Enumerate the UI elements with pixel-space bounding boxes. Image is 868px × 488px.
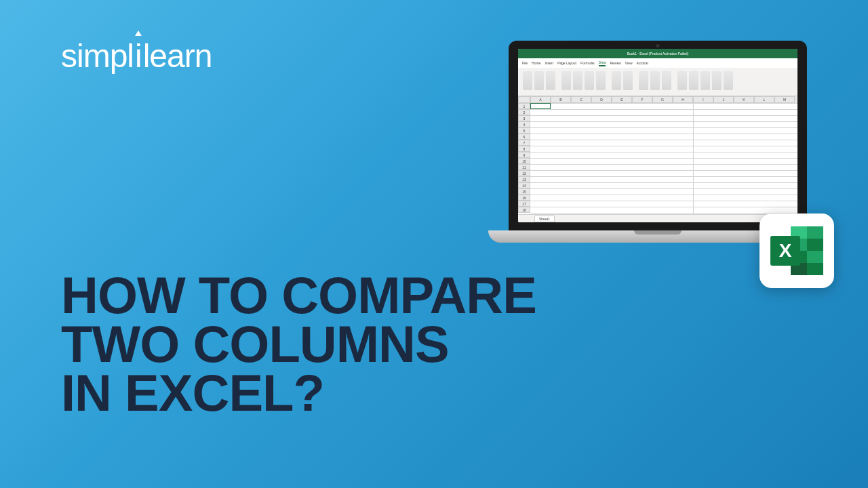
column-header: H [673, 96, 693, 103]
laptop-illustration: Book1 - Excel (Product Activation Failed… [488, 41, 827, 258]
ribbon-group [609, 70, 635, 94]
laptop-screen: Book1 - Excel (Product Activation Failed… [509, 41, 807, 230]
ribbon-tab: Formulas [580, 61, 595, 65]
row-header: 15 [518, 188, 530, 195]
grid-body: 123456789101112131415161718 [518, 103, 797, 214]
row-header: 11 [518, 164, 530, 170]
title-line-3: IN EXCEL? [61, 369, 536, 418]
select-all-corner [518, 96, 530, 103]
row-header: 7 [518, 140, 530, 146]
row-header: 6 [518, 134, 530, 140]
row-header: 13 [518, 176, 530, 182]
ribbon-tab: Acrobat [637, 61, 648, 65]
ribbon-button [596, 71, 606, 90]
excel-window: Book1 - Excel (Product Activation Failed… [518, 49, 797, 222]
row-header: 17 [518, 201, 530, 207]
ribbon-tab: Review [610, 61, 620, 65]
row-header: 12 [518, 170, 530, 176]
ribbon-group [520, 70, 558, 94]
ribbon-group [559, 70, 608, 94]
column-header: L [754, 96, 774, 103]
ribbon-button [585, 71, 594, 90]
column-header: B [551, 96, 571, 103]
excel-x-letter: X [770, 236, 800, 266]
main-title: HOW TO COMPARE TWO COLUMNS IN EXCEL? [61, 271, 536, 418]
excel-statusbar: Sheet1 [518, 214, 797, 222]
ribbon-button [724, 71, 733, 90]
ribbon-button [712, 71, 722, 90]
row-header: 3 [518, 115, 530, 121]
logo-part2: i [135, 37, 142, 75]
titlebar-center: Book1 - Excel (Product Activation Failed… [627, 52, 689, 56]
ribbon-button [534, 71, 544, 90]
row-header: 2 [518, 109, 530, 115]
ribbon-button [523, 71, 532, 90]
ribbon-tab: Page Layout [557, 61, 576, 65]
ribbon-button [689, 71, 698, 90]
ribbon-button [677, 71, 687, 90]
row-header: 5 [518, 127, 530, 134]
title-line-2: TWO COLUMNS [61, 320, 536, 369]
laptop-camera-icon [656, 44, 660, 47]
ribbon-group [675, 70, 736, 94]
ribbon-button [612, 71, 621, 90]
column-header: C [571, 96, 591, 103]
laptop-notch [634, 230, 682, 235]
row-header: 16 [518, 195, 530, 201]
ribbon-tab: Insert [545, 61, 553, 65]
active-cell-indicator [530, 103, 551, 109]
title-line-1: HOW TO COMPARE [61, 271, 536, 320]
simplilearn-logo: simpl i learn [61, 37, 212, 75]
excel-logo-icon: X [770, 226, 823, 275]
logo-part3: learn [143, 37, 212, 75]
ribbon-button [546, 71, 555, 90]
row-header: 1 [518, 103, 530, 109]
column-headers: ABCDEFGHIJKLM [518, 96, 797, 103]
column-header: I [693, 96, 713, 103]
excel-ribbon: FileHomeInsertPage LayoutFormulasDataRev… [518, 58, 797, 96]
column-header: M [774, 96, 795, 103]
row-header: 18 [518, 207, 530, 213]
ribbon-button [650, 71, 660, 90]
column-header: J [713, 96, 734, 103]
ribbon-tab: Data [599, 60, 606, 66]
ribbon-tab: File [522, 61, 528, 65]
column-header: E [612, 96, 632, 103]
column-header: G [652, 96, 673, 103]
ribbon-button [623, 71, 633, 90]
ribbon-tabs: FileHomeInsertPage LayoutFormulasDataRev… [518, 58, 797, 68]
column-header: D [591, 96, 612, 103]
sheet-tab: Sheet1 [534, 216, 555, 222]
ribbon-content [518, 68, 797, 96]
row-header: 9 [518, 152, 530, 158]
ribbon-button [573, 71, 583, 90]
column-header: A [530, 96, 551, 103]
logo-part1: simpl [61, 37, 134, 75]
row-header: 14 [518, 182, 530, 188]
ribbon-button [662, 71, 671, 90]
ribbon-button [701, 71, 710, 90]
ribbon-button [561, 71, 571, 90]
excel-app-icon: X [760, 214, 834, 288]
row-header: 4 [518, 121, 530, 127]
column-header: K [734, 96, 754, 103]
ribbon-group [636, 70, 674, 94]
cells-area [530, 103, 797, 214]
row-headers: 123456789101112131415161718 [518, 103, 530, 214]
column-header: F [632, 96, 652, 103]
excel-grid: ABCDEFGHIJKLM 12345678910111213141516171… [518, 96, 797, 214]
ribbon-tab: View [625, 61, 633, 65]
excel-titlebar: Book1 - Excel (Product Activation Failed… [518, 49, 797, 58]
row-header: 10 [518, 158, 530, 164]
ribbon-button [639, 71, 648, 90]
ribbon-tab: Home [532, 61, 540, 65]
row-header: 8 [518, 146, 530, 152]
